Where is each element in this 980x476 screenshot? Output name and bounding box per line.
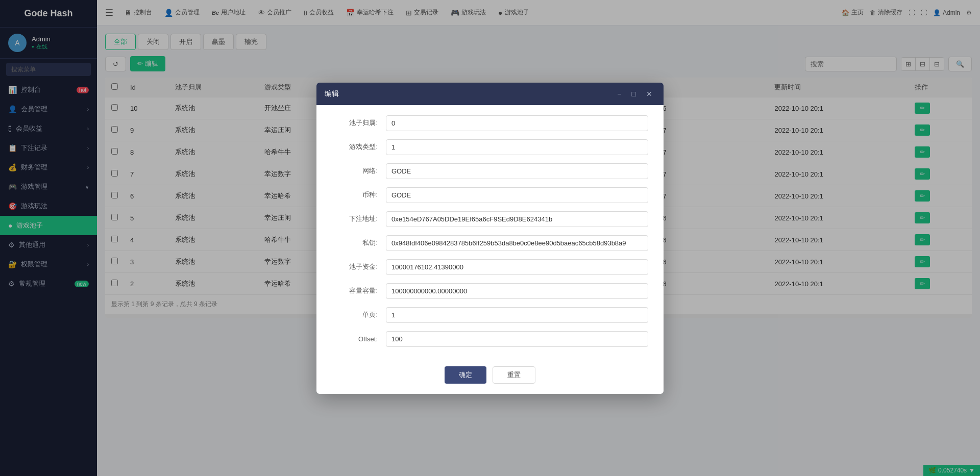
form-row: 游戏类型:: [332, 139, 648, 155]
form-label-bet-address: 下注地址:: [332, 214, 378, 223]
modal-header-actions: − □ ✕: [614, 89, 655, 99]
form-input-offset[interactable]: [386, 331, 648, 347]
form-input-per-page[interactable]: [386, 307, 648, 323]
form-row: 池子归属:: [332, 115, 648, 131]
form-input-capacity[interactable]: [386, 283, 648, 299]
modal-close-button[interactable]: ✕: [643, 89, 655, 99]
form-label-network: 网络:: [332, 166, 378, 176]
form-row: 网络:: [332, 163, 648, 179]
form-input-private-key[interactable]: [386, 235, 648, 251]
form-row: 容量容量:: [332, 283, 648, 299]
modal-minimize-button[interactable]: −: [614, 89, 624, 99]
form-row: 币种:: [332, 187, 648, 203]
form-label-game-type: 游戏类型:: [332, 142, 378, 152]
form-row: 单页:: [332, 307, 648, 323]
modal-header: 编辑 − □ ✕: [316, 83, 664, 105]
form-label-currency: 币种:: [332, 190, 378, 199]
edit-modal: 编辑 − □ ✕ 池子归属: 游戏类型: 网络: 币种: 下注地址: 私钥: 池…: [316, 83, 664, 394]
form-input-pool-balance[interactable]: [386, 259, 648, 275]
form-input-pool-owner[interactable]: [386, 115, 648, 131]
form-label-pool-owner: 池子归属:: [332, 118, 378, 128]
modal-confirm-button[interactable]: 确定: [445, 366, 486, 384]
form-input-bet-address[interactable]: [386, 211, 648, 227]
form-input-network[interactable]: [386, 163, 648, 179]
form-label-private-key: 私钥:: [332, 238, 378, 247]
modal-body: 池子归属: 游戏类型: 网络: 币种: 下注地址: 私钥: 池子资金: 容量容量…: [316, 105, 664, 360]
modal-reset-button[interactable]: 重置: [493, 366, 535, 384]
form-row: 私钥:: [332, 235, 648, 251]
modal-overlay: 编辑 − □ ✕ 池子归属: 游戏类型: 网络: 币种: 下注地址: 私钥: 池…: [0, 0, 980, 476]
form-label-capacity: 容量容量:: [332, 286, 378, 295]
form-label-pool-balance: 池子资金:: [332, 262, 378, 271]
form-row: Offset:: [332, 331, 648, 347]
form-row: 池子资金:: [332, 259, 648, 275]
form-label-per-page: 单页:: [332, 310, 378, 319]
modal-footer: 确定 重置: [316, 360, 664, 394]
modal-maximize-button[interactable]: □: [629, 89, 639, 99]
form-label-offset: Offset:: [332, 335, 378, 343]
form-row: 下注地址:: [332, 211, 648, 227]
modal-title: 编辑: [325, 89, 339, 98]
form-input-game-type[interactable]: [386, 139, 648, 155]
form-input-currency[interactable]: [386, 187, 648, 203]
